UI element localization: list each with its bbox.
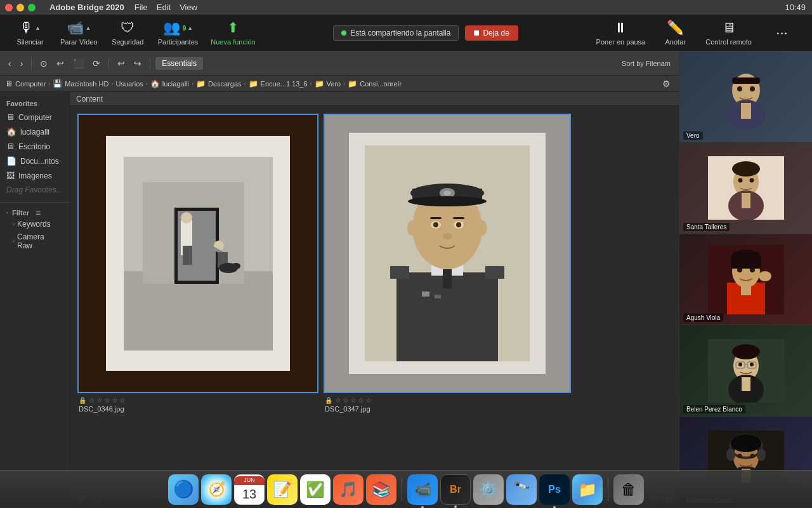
thumbnail-item-1[interactable]: 🔒 ☆ ☆ ☆ ☆ ☆ DSC_0346.jpg bbox=[77, 114, 318, 413]
sidebar-escritorio-label: Escritorio bbox=[18, 142, 50, 151]
bc-computer[interactable]: Computer bbox=[15, 80, 46, 88]
menu-edit[interactable]: Edit bbox=[157, 3, 171, 12]
bc-descargas[interactable]: Descargas bbox=[208, 80, 242, 88]
redo-button[interactable]: ↪ bbox=[131, 57, 145, 70]
bc-consi[interactable]: Consi...onreír bbox=[360, 80, 402, 88]
participants-label: Participantes bbox=[158, 38, 199, 46]
star5: ☆ bbox=[119, 396, 126, 404]
remote-control-button[interactable]: 🖥 Control remoto bbox=[705, 20, 752, 46]
vero-video bbox=[679, 51, 812, 142]
svg-rect-23 bbox=[443, 269, 452, 288]
forward-button[interactable]: › bbox=[17, 57, 27, 70]
participants-button[interactable]: 👥 9 ▲ Participantes bbox=[158, 20, 199, 46]
dock-finder[interactable]: 🔵 bbox=[168, 474, 199, 505]
thumb-stars-1: 🔒 ☆ ☆ ☆ ☆ ☆ bbox=[79, 396, 126, 404]
content-label: Content bbox=[76, 95, 103, 104]
dock-separator2 bbox=[608, 478, 608, 501]
dock-files[interactable]: 📁 bbox=[572, 474, 603, 505]
dock-system-prefs[interactable]: ⚙️ bbox=[473, 474, 504, 505]
thumbnail-item-2[interactable]: 🔒 ☆ ☆ ☆ ☆ ☆ DSC_0347.jpg bbox=[324, 114, 571, 413]
separator3 bbox=[150, 58, 150, 69]
svg-point-68 bbox=[738, 363, 742, 366]
filter-grid-icon: ≡ bbox=[36, 208, 41, 218]
dock-music[interactable]: 🎵 bbox=[333, 474, 363, 505]
running-dot bbox=[421, 506, 424, 509]
bridge-app: ‹ › ⊙ ↩ ⬛ ⟳ ↩ ↪ Essentials Sort by Filen… bbox=[0, 51, 679, 508]
sidebar-item-documentos[interactable]: 📄 Docu...ntos bbox=[0, 154, 69, 168]
video-button[interactable]: 📹 ▲ Parar Vídeo bbox=[60, 20, 98, 46]
new-feature-button[interactable]: ⬆ Nueva función bbox=[211, 20, 255, 46]
dock-books[interactable]: 📚 bbox=[366, 474, 396, 505]
dock-calendar[interactable]: JUN 13 bbox=[234, 474, 265, 505]
close-button[interactable] bbox=[5, 4, 13, 11]
refine-button[interactable]: ⬛ bbox=[70, 57, 87, 70]
thumb-filename-1: DSC_0346.jpg bbox=[79, 405, 124, 413]
bc-vero[interactable]: Vero bbox=[327, 80, 341, 88]
sidebar-item-imagenes[interactable]: 🖼 Imágenes bbox=[0, 168, 69, 183]
filter-cameraraw[interactable]: › Camera Raw bbox=[6, 231, 63, 252]
thumb-meta-1: 🔒 ☆ ☆ ☆ ☆ ☆ DSC_0346.jpg bbox=[77, 396, 318, 413]
bridge-icon: Br bbox=[450, 484, 461, 495]
mute-button[interactable]: 🎙 ▲ Silenciar bbox=[13, 20, 48, 46]
history-button[interactable]: ⊙ bbox=[37, 57, 51, 70]
upload-icon: ⬆ bbox=[227, 20, 239, 36]
dock-reminders[interactable]: ✅ bbox=[300, 474, 331, 505]
star3: ☆ bbox=[350, 396, 357, 404]
hd-icon: 💾 bbox=[53, 79, 62, 88]
maximize-button[interactable] bbox=[28, 4, 36, 11]
santa-name: Santa Talleres bbox=[683, 223, 730, 231]
svg-rect-34 bbox=[430, 217, 442, 219]
dock-photoshop[interactable]: Ps bbox=[539, 474, 570, 505]
bc-hd[interactable]: Macintosh HD bbox=[65, 80, 108, 88]
stop-sharing-button[interactable]: Deja de bbox=[465, 25, 518, 41]
agush-video bbox=[679, 234, 812, 325]
sidebar-item-luciagalli[interactable]: 🏠 luciagalli bbox=[0, 124, 69, 139]
security-button[interactable]: 🛡 Seguridad bbox=[110, 20, 145, 46]
video-participant-santa: Santa Talleres bbox=[679, 143, 812, 234]
arrow-icon: › bbox=[13, 221, 15, 227]
star2: ☆ bbox=[343, 396, 349, 404]
menu-file[interactable]: File bbox=[134, 3, 148, 12]
more-button[interactable]: ··· bbox=[764, 25, 799, 41]
dock-notes[interactable]: 📝 bbox=[267, 474, 298, 505]
traffic-lights bbox=[5, 4, 36, 11]
bc-usuarios[interactable]: Usuarios bbox=[115, 80, 143, 88]
svg-rect-35 bbox=[453, 217, 464, 219]
filter-btn[interactable]: ⚙ bbox=[659, 77, 674, 91]
svg-rect-64 bbox=[742, 377, 750, 391]
thumb-stars-2: 🔒 ☆ ☆ ☆ ☆ ☆ bbox=[325, 396, 372, 404]
essentials-tab[interactable]: Essentials bbox=[155, 57, 203, 70]
drag-favorites[interactable]: Drag Favorites... bbox=[0, 183, 69, 197]
bc-encue[interactable]: Encue...1 13_6 bbox=[261, 80, 308, 88]
dock-trash[interactable]: 🗑 bbox=[613, 474, 644, 505]
bc-luciagalli[interactable]: luciagalli bbox=[162, 80, 189, 88]
filter-keywords-label: Keywords bbox=[17, 220, 51, 229]
svg-point-80 bbox=[731, 434, 761, 452]
filter-keywords[interactable]: › Keywords bbox=[6, 218, 63, 231]
breadcrumb-bar: 🖥 Computer › 💾 Macintosh HD › Usuarios ›… bbox=[0, 76, 679, 92]
reveal-button[interactable]: ↩ bbox=[53, 57, 67, 70]
minimize-button[interactable] bbox=[16, 4, 24, 11]
filter-header[interactable]: · Filter ≡ bbox=[6, 208, 63, 218]
agush-avatar bbox=[708, 244, 784, 314]
content-header: Content bbox=[70, 92, 679, 106]
sidebar-item-escritorio[interactable]: 🖥 Escritorio bbox=[0, 139, 69, 154]
svg-point-42 bbox=[737, 86, 742, 91]
rotate-button[interactable]: ⟳ bbox=[89, 57, 103, 70]
annotate-button[interactable]: ✏️ Anotar bbox=[658, 20, 693, 46]
sidebar-item-computer-label: Computer bbox=[18, 113, 52, 122]
dock-zoom[interactable]: 📹 bbox=[407, 474, 438, 505]
dock-preview[interactable]: 🔭 bbox=[506, 474, 537, 505]
images-icon: 🖼 bbox=[6, 171, 15, 180]
pause-button[interactable]: ⏸ Poner en pausa bbox=[596, 20, 646, 46]
undo-button[interactable]: ↩ bbox=[114, 57, 128, 70]
dock-safari[interactable]: 🧭 bbox=[201, 474, 232, 505]
sidebar-item-computer[interactable]: 🖥 Computer bbox=[0, 110, 69, 124]
back-button[interactable]: ‹ bbox=[5, 57, 15, 70]
annotate-icon: ✏️ bbox=[667, 20, 684, 36]
photo2-mat bbox=[349, 133, 546, 374]
menu-view[interactable]: View bbox=[180, 3, 197, 12]
dock-bridge[interactable]: Br bbox=[440, 474, 471, 505]
svg-point-60 bbox=[759, 271, 771, 281]
participant-count: 9 bbox=[183, 25, 187, 32]
